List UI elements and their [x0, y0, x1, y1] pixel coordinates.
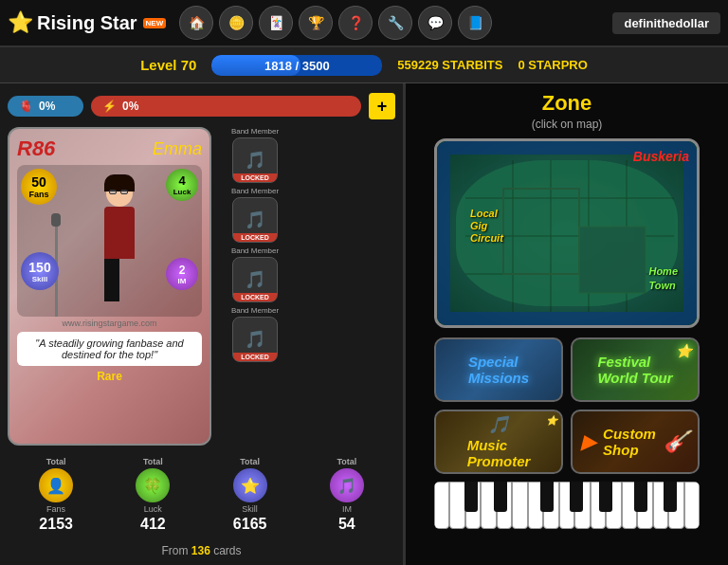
piano-key-c — [434, 482, 449, 529]
band-slot-label-1: Band Member — [231, 127, 279, 136]
piano-key-e3 — [684, 482, 700, 529]
card-name: Emma — [153, 139, 202, 159]
help-nav-btn[interactable]: ❓ — [338, 6, 373, 40]
ego-bar: 🫀 0% — [8, 96, 83, 117]
piano-area — [434, 482, 700, 529]
piano-key-e — [465, 482, 481, 529]
guitar-icon: 🎸 — [664, 429, 689, 454]
coin-nav-btn[interactable]: 🪙 — [219, 6, 253, 40]
skill-label: Skill — [32, 275, 47, 283]
total-skill-title: Total — [240, 457, 260, 466]
map-background: Buskeria LocalGigCircuit HomeTown — [437, 141, 697, 325]
char-left-leg — [104, 259, 119, 301]
band-slot-1[interactable]: Band Member 🎵 LOCKED — [217, 127, 293, 183]
main-content: 🫀 0% ⚡ 0% + R86 Emma 50 — [0, 83, 728, 565]
total-fans-title: Total — [46, 457, 66, 466]
cards-nav-btn[interactable]: 🃏 — [259, 6, 293, 40]
festival-tour-btn[interactable]: ⭐ FestivalWorld Tour — [571, 337, 700, 402]
status-bars: 🫀 0% ⚡ 0% + — [8, 91, 395, 121]
left-panel: 🫀 0% ⚡ 0% + R86 Emma 50 — [0, 83, 403, 565]
music-promoter-btn[interactable]: 🎵 ⭐ MusicPromoter — [434, 410, 563, 474]
im-stat: 2 IM — [166, 258, 198, 290]
total-skill-item: Total ⭐ Skill 6165 — [233, 457, 267, 533]
locked-overlay-2: LOCKED — [233, 233, 277, 242]
discord-nav-btn[interactable]: 💬 — [418, 6, 452, 40]
total-luck-icon: 🍀 — [136, 468, 170, 502]
home-nav-btn[interactable]: 🏠 — [179, 6, 213, 40]
band-slot-icon-4[interactable]: 🎵 LOCKED — [232, 317, 278, 362]
piano-key-g2 — [606, 482, 621, 529]
plus-button[interactable]: + — [369, 93, 395, 119]
ego-value: 0% — [39, 100, 55, 113]
band-slot-icon-3[interactable]: 🎵 LOCKED — [232, 257, 278, 302]
top-nav: ⭐ Rising Star NEW 🏠 🪙 🃏 🏆 ❓ 🔧 💬 📘 defini… — [0, 0, 728, 47]
total-fans-value: 2153 — [39, 516, 73, 533]
puzzle-nav-btn[interactable]: 🔧 — [378, 6, 412, 40]
custom-shop-btn[interactable]: ▶ CustomShop 🎸 — [571, 410, 700, 474]
total-fans-item: Total 👤 Fans 2153 — [39, 457, 73, 533]
card-area: R86 Emma 50 Fans 4 Luck — [8, 127, 395, 446]
locked-overlay-4: LOCKED — [233, 353, 277, 361]
level-text: Level 70 — [140, 57, 196, 73]
logo-area: ⭐ Rising Star NEW — [8, 10, 166, 35]
total-luck-item: Total 🍀 Luck 412 — [136, 457, 170, 533]
right-panel: Zone (click on map) — [406, 83, 728, 565]
total-luck-label: Luck — [144, 504, 162, 514]
char-torso — [104, 207, 135, 259]
band-slot-icon-1[interactable]: 🎵 LOCKED — [232, 137, 278, 183]
band-slot-4[interactable]: Band Member 🎵 LOCKED — [217, 306, 293, 362]
total-skill-label: Skill — [242, 504, 258, 514]
level-value: 70 — [181, 57, 197, 73]
music-note-icon: 🎵 — [488, 414, 509, 435]
energy-value: 0% — [122, 100, 138, 113]
im-value: 2 — [179, 264, 186, 277]
piano-key-c2 — [543, 482, 558, 529]
piano-keys — [434, 482, 700, 529]
zone-map[interactable]: Buskeria LocalGigCircuit HomeTown — [434, 138, 700, 328]
im-label: IM — [178, 277, 187, 285]
star-small-icon: ⭐ — [546, 415, 557, 426]
piano-key-g — [497, 482, 512, 529]
band-slot-label-3: Band Member — [231, 246, 279, 255]
cards-count: 136 — [191, 544, 210, 557]
piano-key-f — [481, 482, 496, 529]
piano-key-e2 — [574, 482, 590, 529]
piano-key-b — [528, 482, 543, 529]
local-gig-label: LocalGigCircuit — [470, 208, 503, 246]
new-badge: NEW — [143, 18, 167, 28]
facebook-nav-btn[interactable]: 📘 — [458, 6, 492, 40]
total-fans-label: Fans — [46, 504, 65, 514]
piano-key-d2 — [559, 482, 574, 529]
piano-key-a2 — [622, 482, 637, 529]
band-slot-3[interactable]: Band Member 🎵 LOCKED — [217, 246, 293, 302]
energy-bar: ⚡ 0% — [91, 96, 361, 117]
logo-text: Rising Star — [37, 12, 137, 34]
band-slot-label-2: Band Member — [231, 187, 279, 195]
band-slot-label-4: Band Member — [231, 306, 279, 315]
total-im-value: 54 — [338, 516, 355, 533]
trophy-nav-btn[interactable]: 🏆 — [299, 6, 333, 40]
level-label: Level — [140, 57, 176, 73]
band-slot-icon-2[interactable]: 🎵 LOCKED — [232, 197, 278, 243]
logo-star-area: ⭐ — [8, 10, 33, 35]
starbits-label: STARBITS — [442, 58, 502, 72]
card-website: www.risingstargame.com — [17, 319, 202, 328]
total-im-title: Total — [337, 457, 356, 466]
from-cards-text: From 136 cards — [8, 544, 395, 557]
svg-rect-8 — [579, 227, 646, 293]
total-im-label: IM — [342, 504, 352, 514]
starpro-value: 0 — [518, 58, 524, 72]
character-card[interactable]: R86 Emma 50 Fans 4 Luck — [8, 127, 211, 446]
special-missions-btn[interactable]: SpecialMissions — [434, 337, 563, 402]
festival-star-icon: ⭐ — [676, 343, 692, 358]
starbits-display: 559229 STARBITS — [397, 58, 502, 72]
piano-key-b2 — [637, 482, 652, 529]
total-im-icon: 🎵 — [330, 468, 364, 502]
bottom-stats: Total 👤 Fans 2153 Total 🍀 Luck 412 Total… — [8, 451, 395, 538]
zone-subtitle: (click on map) — [532, 118, 603, 131]
piano-key-d — [449, 482, 464, 529]
custom-shop-label: CustomShop — [603, 426, 656, 458]
piano-key-a — [512, 482, 527, 529]
band-slot-2[interactable]: Band Member 🎵 LOCKED — [217, 187, 293, 243]
user-display: definithedollar — [612, 12, 720, 34]
